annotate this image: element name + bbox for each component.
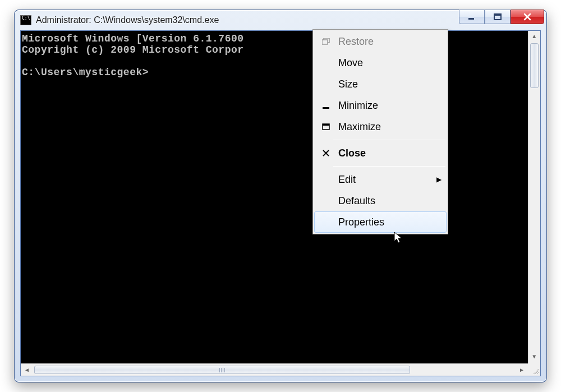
menu-label: Defaults: [334, 195, 442, 207]
menu-label: Properties: [334, 216, 442, 228]
system-menu: Restore Move Size Minimize Maximize Clos…: [312, 29, 448, 234]
svg-rect-2: [494, 14, 501, 16]
menu-properties[interactable]: Properties: [314, 211, 447, 233]
menu-minimize[interactable]: Minimize: [314, 95, 447, 116]
minimize-icon: [468, 13, 476, 20]
close-icon: [523, 13, 532, 21]
menu-label: Close: [334, 147, 442, 159]
maximize-icon: [494, 13, 502, 20]
maximize-menu-icon: [318, 123, 334, 130]
svg-rect-7: [323, 124, 329, 126]
scroll-right-arrow-icon[interactable]: ►: [516, 364, 528, 376]
scroll-left-arrow-icon[interactable]: ◄: [21, 364, 33, 376]
svg-rect-5: [323, 107, 329, 109]
svg-rect-0: [468, 18, 474, 20]
menu-label: Edit: [334, 174, 436, 186]
menu-edit[interactable]: Edit ▶: [314, 169, 447, 190]
menu-restore: Restore: [314, 31, 447, 52]
console-prompt: C:\Users\mysticgeek>: [22, 67, 149, 78]
menu-label: Move: [334, 57, 442, 69]
close-menu-icon: [318, 150, 334, 156]
minimize-button[interactable]: [459, 10, 485, 24]
submenu-arrow-icon: ▶: [436, 176, 442, 183]
console-line: Copyright (c) 2009 Microsoft Corpor: [22, 44, 244, 56]
restore-icon: [318, 38, 334, 45]
menu-close[interactable]: Close: [314, 142, 447, 164]
menu-separator: [333, 166, 445, 167]
minimize-menu-icon: [318, 102, 334, 109]
horizontal-scrollbar[interactable]: ◄ ►: [21, 363, 528, 376]
content-frame: Microsoft Windows [Version 6.1.7600 rese…: [20, 30, 541, 376]
vertical-scrollbar[interactable]: ▲ ▼: [528, 31, 540, 363]
maximize-button[interactable]: [485, 10, 511, 24]
menu-label: Maximize: [334, 121, 442, 133]
caption-buttons: [459, 10, 544, 24]
menu-label: Minimize: [334, 100, 442, 112]
console-line: Microsoft Windows [Version 6.1.7600: [22, 33, 244, 44]
menu-label: Restore: [334, 36, 442, 48]
svg-rect-4: [322, 40, 328, 44]
close-button[interactable]: [511, 10, 544, 24]
cursor-pointer-icon: [394, 232, 404, 245]
titlebar[interactable]: Administrator: C:\Windows\system32\cmd.e…: [15, 10, 546, 30]
menu-move[interactable]: Move: [314, 52, 447, 73]
scroll-down-arrow-icon[interactable]: ▼: [528, 351, 540, 363]
window: Administrator: C:\Windows\system32\cmd.e…: [14, 10, 547, 382]
menu-maximize[interactable]: Maximize: [314, 116, 447, 137]
resize-grip[interactable]: [528, 363, 540, 376]
horizontal-scroll-thumb[interactable]: [34, 366, 410, 374]
menu-separator: [333, 140, 445, 140]
scroll-up-arrow-icon[interactable]: ▲: [528, 31, 540, 43]
console-output[interactable]: Microsoft Windows [Version 6.1.7600 rese…: [21, 31, 540, 363]
menu-size[interactable]: Size: [314, 73, 447, 95]
vertical-scroll-track[interactable]: [528, 88, 540, 351]
menu-defaults[interactable]: Defaults: [314, 190, 447, 211]
menu-label: Size: [334, 79, 442, 90]
cmd-icon[interactable]: [20, 15, 31, 25]
vertical-scroll-thumb[interactable]: [530, 43, 539, 88]
